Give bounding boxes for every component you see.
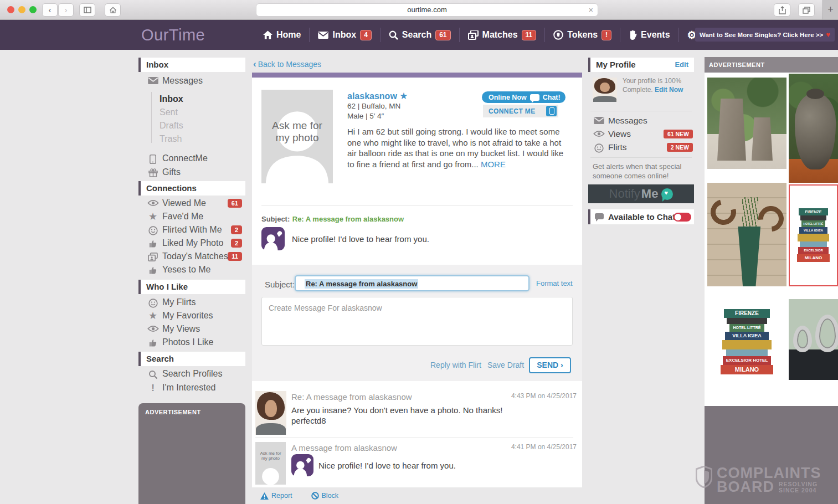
photo-placeholder-text: Ask me for my photo xyxy=(255,451,286,461)
shield-icon xyxy=(696,466,712,488)
sender-avatar[interactable] xyxy=(255,391,286,435)
sidebar-item-im-interested[interactable]: ! I'm Interested xyxy=(138,382,245,394)
profile-photo-placeholder[interactable]: Ask me for my photo xyxy=(261,90,333,183)
block-link[interactable]: Block xyxy=(311,492,339,500)
sidebar-item-messages[interactable]: Messages xyxy=(138,75,245,88)
edit-now-link[interactable]: Edit Now xyxy=(655,86,683,94)
maximize-window-button[interactable] xyxy=(29,6,37,13)
online-now-chat-button[interactable]: Online Now Chat! xyxy=(482,91,565,103)
block-label: Block xyxy=(322,492,339,500)
notifyme-banner[interactable]: NotifyMe xyxy=(588,184,694,203)
sidebar-item-viewed-me[interactable]: Viewed Me 61 xyxy=(138,198,245,210)
format-text-link[interactable]: Format text xyxy=(536,279,573,287)
browser-forward-button[interactable]: › xyxy=(58,3,74,17)
sidebar-toggle-button[interactable] xyxy=(79,3,95,17)
my-profile-title: My Profile xyxy=(596,58,636,72)
username-link[interactable]: alaskasnow xyxy=(347,91,397,101)
sidebar-item-todays-matches[interactable]: Today's Matches 11 xyxy=(138,251,245,263)
sender-avatar-placeholder[interactable]: Ask me for my photo xyxy=(255,442,286,485)
nav-search[interactable]: Search 61 xyxy=(381,30,459,40)
home-icon xyxy=(263,30,273,39)
profile-completeness: Your profile is 100% Complete. Edit Now xyxy=(623,76,692,94)
folder-trash[interactable]: Trash xyxy=(160,134,182,144)
more-link[interactable]: MORE xyxy=(481,160,506,169)
chevron-left-icon: ‹ xyxy=(253,59,256,69)
close-window-button[interactable] xyxy=(7,6,14,13)
nav-tokens[interactable]: Tokens ! xyxy=(545,30,620,40)
sidebar-item-search-profiles[interactable]: Search Profiles xyxy=(138,368,245,380)
browser-back-button[interactable]: ‹ xyxy=(42,3,58,17)
flirt-message-icon xyxy=(291,454,313,476)
divider xyxy=(261,205,573,205)
watermark-text: COMPLAINTS BOARD RESOLVINGSINCE 2004 xyxy=(717,466,821,493)
history-message-text: Are you insane? You don't even have a ph… xyxy=(291,405,502,415)
ourtime-logo[interactable]: OurTime xyxy=(141,20,205,50)
smiley-icon xyxy=(147,225,159,236)
history-message-time: 4:41 PM on 4/25/2017 xyxy=(511,443,577,451)
complaintsboard-watermark: COMPLAINTS BOARD RESOLVINGSINCE 2004 xyxy=(696,466,821,493)
profile-row-messages[interactable]: Messages xyxy=(588,115,694,127)
chat-bubble-icon xyxy=(530,94,539,101)
available-to-chat-toggle[interactable] xyxy=(674,213,691,222)
edit-profile-link[interactable]: Edit xyxy=(675,58,688,72)
ad-image-books[interactable]: FIRENZE HOTEL LITTRÉ VILLA IGIEA EXCELSI… xyxy=(707,291,786,393)
flirts-new-badge: 2 NEW xyxy=(667,143,693,152)
back-to-messages-link[interactable]: ‹Back to Messages xyxy=(253,59,321,70)
my-avatar[interactable] xyxy=(593,78,617,102)
profile-row-views[interactable]: Views 61 NEW xyxy=(588,128,694,141)
phone-icon xyxy=(546,106,557,116)
report-link[interactable]: Report xyxy=(260,492,292,500)
profile-row-flirts[interactable]: Flirts 2 NEW xyxy=(588,142,694,154)
sidebar-item-liked-my-photo[interactable]: Liked My Photo 2 xyxy=(138,238,245,250)
thumb-up-icon xyxy=(147,337,159,348)
folder-sent[interactable]: Sent xyxy=(160,107,178,117)
back-icon: ‹ xyxy=(49,5,52,14)
ad-image-scroll-vase[interactable] xyxy=(707,183,786,286)
browser-home-button[interactable] xyxy=(105,3,121,17)
sidebar-item-photos-i-like[interactable]: Photos I Like xyxy=(138,337,245,349)
left-advertisement[interactable]: ADVERTISEMENT xyxy=(138,403,245,504)
tokens-badge: ! xyxy=(601,30,611,40)
sidebar-item-gifts[interactable]: Gifts xyxy=(138,167,245,179)
sidebar-item-faved-me[interactable]: ★ Fave'd Me xyxy=(138,211,245,223)
clear-url-icon[interactable]: × xyxy=(589,4,593,16)
ad-image-planters[interactable] xyxy=(707,78,786,169)
connect-me-button[interactable]: CONNECT ME xyxy=(483,105,558,117)
nav-inbox[interactable]: Inbox 4 xyxy=(310,30,379,40)
sidebar-item-my-views[interactable]: My Views xyxy=(138,323,245,336)
url-bar[interactable]: ourtime.com × xyxy=(256,3,598,17)
show-tabs-button[interactable] xyxy=(798,3,815,17)
ad-image-silver-vases[interactable] xyxy=(789,299,838,380)
avatar-art xyxy=(600,83,610,92)
favorite-star-icon[interactable]: ★ xyxy=(399,91,408,101)
new-tab-button[interactable]: + xyxy=(822,0,838,19)
promo-text: Want to See More Singles? Click Here >> xyxy=(700,32,823,38)
sidebar-item-my-favorites[interactable]: ★ My Favorites xyxy=(138,310,245,322)
message-textarea[interactable] xyxy=(261,297,573,346)
top-navigation: OurTime Home Inbox 4 Search 61 Matches xyxy=(0,20,838,50)
folder-drafts[interactable]: Drafts xyxy=(160,121,183,131)
sidebar-item-connectme[interactable]: ConnectMe xyxy=(138,153,245,165)
folder-inbox[interactable]: Inbox xyxy=(160,94,183,104)
share-button[interactable] xyxy=(774,3,790,17)
star-icon: ★ xyxy=(147,212,159,223)
sidebar-item-yeses-to-me[interactable]: Yeses to Me xyxy=(138,264,245,276)
ad-image-urn[interactable] xyxy=(789,74,838,183)
send-button[interactable]: SEND › xyxy=(529,357,571,373)
reply-with-flirt-link[interactable]: Reply with Flirt xyxy=(430,361,481,369)
vase-art xyxy=(707,195,741,230)
minimize-window-button[interactable] xyxy=(18,6,25,13)
star-icon: ★ xyxy=(147,311,159,322)
notifyme-word1: Notify xyxy=(609,187,640,201)
ad-image-books-selected[interactable]: FIRENZE HOTEL LITTRÉ VILLA IGIEA EXCELSI… xyxy=(789,184,838,286)
nav-home[interactable]: Home xyxy=(255,30,309,40)
sidebar-item-flirted-with-me[interactable]: Flirted With Me 2 xyxy=(138,224,245,236)
sidebar-item-my-flirts[interactable]: My Flirts xyxy=(138,297,245,309)
nav-matches[interactable]: Matches 11 xyxy=(460,30,545,40)
save-draft-link[interactable]: Save Draft xyxy=(487,361,524,369)
nav-search-label: Search xyxy=(402,30,431,40)
compose-subject-label: Subject: xyxy=(265,280,295,289)
subject-input[interactable]: Re: A message from alaskasnow xyxy=(295,275,529,291)
see-more-singles-banner[interactable]: Want to See More Singles? Click Here >> … xyxy=(695,28,835,42)
nav-events[interactable]: Events xyxy=(620,30,678,40)
